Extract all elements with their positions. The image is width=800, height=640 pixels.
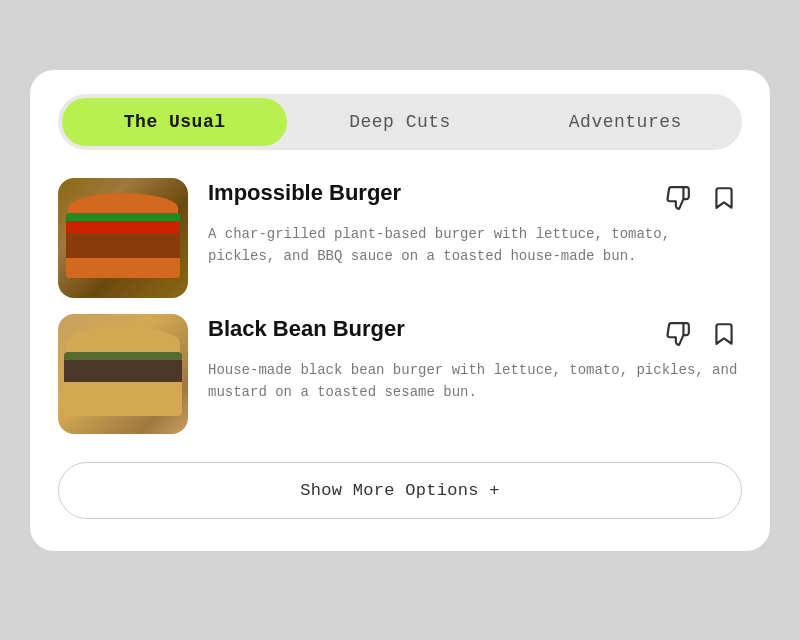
dislike-button-black-bean[interactable] (660, 316, 696, 352)
impossible-burger-header: Impossible Burger (208, 180, 742, 216)
show-more-button[interactable]: Show More Options + (58, 462, 742, 519)
black-bean-burger-image (58, 314, 188, 434)
black-bean-burger-actions (660, 316, 742, 352)
tab-adventures[interactable]: Adventures (513, 98, 738, 146)
black-bean-burger-content: Black Bean Burger (208, 314, 742, 403)
tab-the-usual[interactable]: The Usual (62, 98, 287, 146)
dislike-button-impossible[interactable] (660, 180, 696, 216)
bookmark-icon (711, 185, 737, 211)
thumbs-down-icon (665, 321, 691, 347)
menu-item-impossible-burger: Impossible Burger (58, 178, 742, 298)
impossible-burger-image (58, 178, 188, 298)
impossible-burger-title: Impossible Burger (208, 180, 401, 206)
bookmark-icon (711, 321, 737, 347)
tab-bar: The Usual Deep Cuts Adventures (58, 94, 742, 150)
menu-item-black-bean-burger: Black Bean Burger (58, 314, 742, 434)
thumbs-down-icon (665, 185, 691, 211)
black-bean-burger-description: House-made black bean burger with lettuc… (208, 360, 742, 403)
menu-items-list: Impossible Burger (58, 178, 742, 434)
tab-deep-cuts[interactable]: Deep Cuts (287, 98, 512, 146)
bookmark-button-black-bean[interactable] (706, 316, 742, 352)
bookmark-button-impossible[interactable] (706, 180, 742, 216)
black-bean-burger-header: Black Bean Burger (208, 316, 742, 352)
black-bean-burger-title: Black Bean Burger (208, 316, 405, 342)
impossible-burger-content: Impossible Burger (208, 178, 742, 267)
impossible-burger-description: A char-grilled plant-based burger with l… (208, 224, 742, 267)
impossible-burger-actions (660, 180, 742, 216)
main-container: The Usual Deep Cuts Adventures Impossibl… (30, 70, 770, 551)
